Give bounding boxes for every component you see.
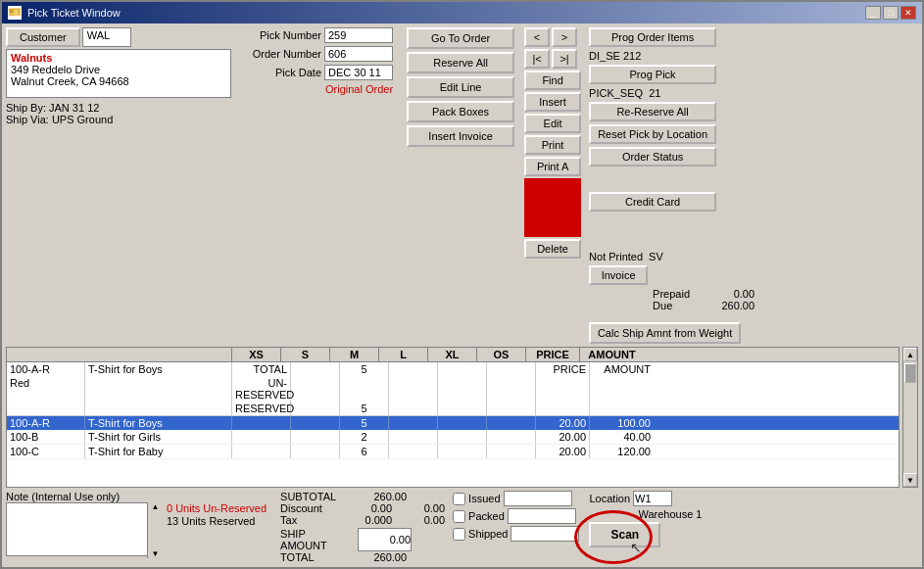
prog-pick-button[interactable]: Prog Pick	[589, 65, 716, 84]
size-xs: XS	[232, 348, 281, 361]
row-c-id: 100-C	[7, 445, 85, 458]
minimize-button[interactable]: _	[865, 6, 881, 20]
location-input[interactable]	[633, 491, 672, 506]
note-scroll-down[interactable]: ▼	[152, 549, 160, 558]
prepaid-due: Prepaid 0.00 Due 260.00	[653, 288, 754, 311]
pick-seq-label: PICK_SEQ	[589, 87, 643, 99]
ship-amount-input[interactable]	[358, 528, 412, 551]
packed-input[interactable]	[508, 508, 576, 524]
shipped-label: Shipped	[468, 528, 508, 540]
item-desc-1: T-Shirt for Boys	[85, 362, 232, 376]
invoice-button[interactable]: Invoice	[589, 265, 648, 285]
not-printed-label: Not Printed	[589, 251, 643, 262]
reserve-all-button[interactable]: Reserve All	[407, 52, 514, 73]
re-reserve-all-button[interactable]: Re-Reserve All	[589, 102, 716, 121]
warehouse-label: Warehouse 1	[638, 508, 702, 520]
maximize-button[interactable]: □	[883, 6, 899, 20]
pick-number-label: Pick Number	[243, 29, 321, 41]
size-header-row: XS S M L XL OS PRICE AMOUNT	[7, 348, 899, 362]
prev-button[interactable]: <	[524, 27, 550, 47]
address-line1: 349 Reddelo Drive	[11, 64, 226, 75]
di-se-label: DI_SE 212	[589, 50, 754, 62]
pick-number-input[interactable]	[324, 27, 393, 43]
scan-section: Location Warehouse 1 Scan ↖	[589, 491, 702, 547]
sel-amount: 100.00	[590, 416, 654, 430]
reset-pick-by-location-button[interactable]: Reset Pick by Location	[589, 124, 716, 144]
check-section: Issued Packed Shipped	[453, 491, 579, 542]
ship-by-value: JAN 31 12	[49, 102, 99, 114]
discount-pct: 0.00	[358, 502, 392, 514]
scan-container: Scan ↖	[589, 522, 702, 547]
scan-button[interactable]: Scan	[589, 522, 660, 547]
top-row: Customer WAL Walnuts 349 Reddelo Drive W…	[6, 27, 918, 344]
item-id-1: 100-A-R	[7, 362, 85, 376]
order-number-input[interactable]	[324, 46, 393, 62]
pick-date-input[interactable]	[324, 65, 393, 80]
credit-card-button[interactable]: Credit Card	[589, 192, 716, 212]
customer-button[interactable]: Customer	[6, 27, 80, 47]
amount-header: AMOUNT	[580, 348, 644, 361]
item-1-xl	[438, 362, 487, 376]
item-1-group: 100-A-R T-Shirt for Boys TOTAL 5 PRICE A…	[7, 362, 899, 416]
order-status-button[interactable]: Order Status	[589, 147, 716, 166]
first-button[interactable]: |<	[524, 49, 550, 69]
prog-order-items-button[interactable]: Prog Order Items	[589, 27, 716, 47]
address-line2: Walnut Creek, CA 94668	[11, 75, 226, 87]
item-1-l	[389, 362, 438, 376]
shipped-input[interactable]	[511, 526, 579, 542]
sel-desc: T-Shirt for Boys	[85, 416, 232, 430]
issued-input[interactable]	[504, 491, 572, 506]
size-m: M	[330, 348, 379, 361]
tax-value: 0.00	[396, 514, 445, 526]
row-c-amount: 120.00	[590, 445, 654, 458]
item-color-1: Red	[7, 376, 85, 402]
item-1-s	[291, 362, 340, 376]
scroll-up-arrow[interactable]: ▲	[903, 348, 917, 361]
vertical-scrollbar[interactable]: ▲ ▼	[902, 347, 918, 488]
row-c-price: 20.00	[536, 445, 590, 458]
ship-via-label: Ship Via:	[6, 114, 49, 125]
shipped-checkbox[interactable]	[453, 528, 465, 541]
sel-blank	[232, 416, 291, 430]
ship-by-label: Ship By:	[6, 102, 46, 114]
row-c-desc: T-Shirt for Baby	[85, 445, 232, 458]
sel-price: 20.00	[536, 416, 590, 430]
row-b-price: 20.00	[536, 430, 590, 444]
insert-button[interactable]: Insert	[524, 92, 581, 112]
issued-checkbox[interactable]	[453, 493, 465, 505]
close-button[interactable]: ✕	[900, 6, 916, 20]
last-button[interactable]: >|	[552, 49, 577, 69]
go-to-order-button[interactable]: Go To Order	[407, 27, 514, 49]
print-button[interactable]: Print	[524, 135, 581, 155]
right-panel: Prog Order Items DI_SE 212 Prog Pick PIC…	[589, 27, 754, 344]
scroll-down-arrow[interactable]: ▼	[903, 473, 917, 487]
next-button[interactable]: >	[552, 27, 577, 47]
edit-button[interactable]: Edit	[524, 114, 581, 133]
table-row-selected[interactable]: 100-A-R T-Shirt for Boys 5 20.00 100.00	[7, 416, 899, 430]
packed-checkbox[interactable]	[453, 510, 465, 523]
units-section: 0 Units Un-Reserved 13 Units Reserved	[167, 502, 267, 527]
pack-boxes-button[interactable]: Pack Boxes	[407, 101, 514, 122]
note-textarea[interactable]	[6, 502, 163, 556]
note-scroll-up[interactable]: ▲	[152, 502, 160, 511]
edit-line-button[interactable]: Edit Line	[407, 76, 514, 98]
action-buttons: Go To Order Reserve All Edit Line Pack B…	[407, 27, 514, 147]
delete-button[interactable]: Delete	[524, 239, 581, 259]
table-row-c[interactable]: 100-C T-Shirt for Baby 6 20.00 120.00	[7, 445, 899, 459]
item-blank-2	[7, 402, 85, 415]
size-s: S	[281, 348, 330, 361]
calc-ship-button[interactable]: Calc Ship Amnt from Weight	[589, 322, 741, 344]
order-number-label: Order Number	[243, 48, 321, 60]
item-1-os	[487, 362, 536, 376]
table-row-b[interactable]: 100-B T-Shirt for Girls 2 20.00 40.00	[7, 430, 899, 445]
sv-label: SV	[649, 251, 663, 262]
scroll-thumb[interactable]	[904, 363, 916, 383]
item-amount-lbl: AMOUNT	[590, 362, 654, 376]
prepaid-label: Prepaid	[653, 288, 702, 300]
insert-invoice-button[interactable]: Insert Invoice	[407, 125, 514, 147]
print-a-button[interactable]: Print A	[524, 157, 581, 176]
find-button[interactable]: Find	[524, 71, 581, 90]
item-reserved-label: RESERVED	[232, 402, 291, 415]
item-1-m: 5	[340, 362, 389, 376]
ship-amount-label: SHIP AMOUNT	[280, 528, 354, 551]
